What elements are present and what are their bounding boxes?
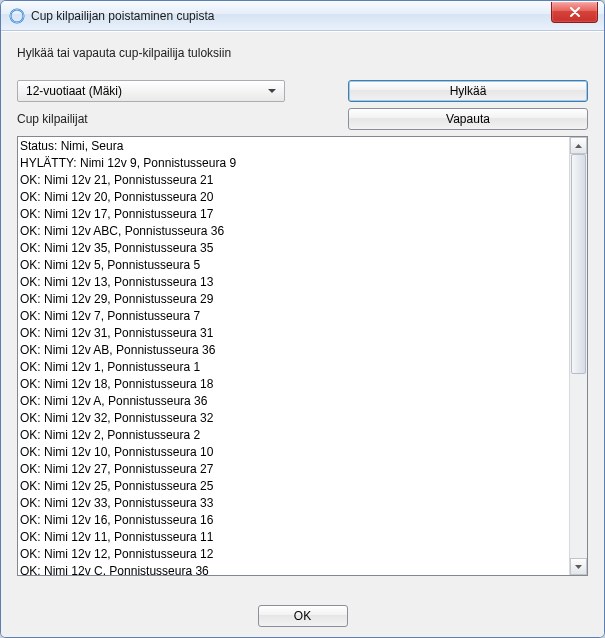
age-group-combo[interactable]: 12-vuotiaat (Mäki)	[17, 80, 285, 102]
dialog-window: Cup kilpailijan poistaminen cupista Hylk…	[0, 0, 605, 638]
instruction-text: Hylkää tai vapauta cup-kilpailija tuloks…	[17, 46, 588, 60]
list-item[interactable]: OK: Nimi 12v AB, Ponnistusseura 36	[20, 342, 568, 359]
ok-button[interactable]: OK	[258, 605, 348, 627]
list-item[interactable]: OK: Nimi 12v 20, Ponnistusseura 20	[20, 189, 568, 206]
list-item[interactable]: OK: Nimi 12v 16, Ponnistusseura 16	[20, 512, 568, 529]
list-item[interactable]: OK: Nimi 12v 32, Ponnistusseura 32	[20, 410, 568, 427]
list-item[interactable]: OK: Nimi 12v 27, Ponnistusseura 27	[20, 461, 568, 478]
scrollbar-track[interactable]	[570, 154, 587, 558]
list-item[interactable]: OK: Nimi 12v 25, Ponnistusseura 25	[20, 478, 568, 495]
list-item[interactable]: OK: Nimi 12v ABC, Ponnistusseura 36	[20, 223, 568, 240]
svg-point-1	[11, 9, 24, 22]
list-item[interactable]: OK: Nimi 12v 10, Ponnistusseura 10	[20, 444, 568, 461]
chevron-down-icon	[264, 81, 280, 101]
list-item[interactable]: OK: Nimi 12v 31, Ponnistusseura 31	[20, 325, 568, 342]
list-item[interactable]: OK: Nimi 12v 7, Ponnistusseura 7	[20, 308, 568, 325]
list-item[interactable]: HYLÄTTY: Nimi 12v 9, Ponnistusseura 9	[20, 155, 568, 172]
bottom-bar: OK	[1, 595, 604, 637]
list-item[interactable]: OK: Nimi 12v A, Ponnistusseura 36	[20, 393, 568, 410]
client-area: Hylkää tai vapauta cup-kilpailija tuloks…	[1, 31, 604, 637]
combo-selected-text: 12-vuotiaat (Mäki)	[26, 84, 264, 98]
list-item[interactable]: OK: Nimi 12v 5, Ponnistusseura 5	[20, 257, 568, 274]
scrollbar-thumb[interactable]	[571, 154, 586, 374]
button-label: Hylkää	[450, 84, 487, 98]
listbox-viewport: Status: Nimi, SeuraHYLÄTTY: Nimi 12v 9, …	[18, 137, 570, 575]
scroll-up-button[interactable]	[570, 137, 587, 154]
release-button[interactable]: Vapauta	[348, 108, 588, 130]
titlebar[interactable]: Cup kilpailijan poistaminen cupista	[1, 1, 604, 31]
chevron-down-icon	[575, 565, 582, 569]
top-row: 12-vuotiaat (Mäki) Hylkää	[17, 80, 588, 102]
second-row: Cup kilpailijat Vapauta	[17, 108, 588, 130]
list-item[interactable]: OK: Nimi 12v 12, Ponnistusseura 12	[20, 546, 568, 563]
button-label: OK	[294, 609, 311, 623]
competitor-listbox[interactable]: Status: Nimi, SeuraHYLÄTTY: Nimi 12v 9, …	[17, 136, 588, 576]
button-label: Vapauta	[446, 112, 490, 126]
vertical-scrollbar[interactable]	[569, 137, 587, 575]
list-item[interactable]: OK: Nimi 12v 29, Ponnistusseura 29	[20, 291, 568, 308]
close-button[interactable]	[551, 2, 598, 23]
list-item[interactable]: OK: Nimi 12v 17, Ponnistusseura 17	[20, 206, 568, 223]
scroll-down-button[interactable]	[570, 558, 587, 575]
reject-button[interactable]: Hylkää	[348, 80, 588, 102]
list-item[interactable]: OK: Nimi 12v 13, Ponnistusseura 13	[20, 274, 568, 291]
list-item[interactable]: OK: Nimi 12v 1, Ponnistusseura 1	[20, 359, 568, 376]
list-item[interactable]: OK: Nimi 12v 18, Ponnistusseura 18	[20, 376, 568, 393]
list-item[interactable]: Status: Nimi, Seura	[20, 138, 568, 155]
list-item[interactable]: OK: Nimi 12v 21, Ponnistusseura 21	[20, 172, 568, 189]
list-item[interactable]: OK: Nimi 12v 11, Ponnistusseura 11	[20, 529, 568, 546]
list-label: Cup kilpailijat	[17, 112, 88, 126]
window-title: Cup kilpailijan poistaminen cupista	[31, 9, 551, 23]
list-item[interactable]: OK: Nimi 12v C, Ponnistusseura 36	[20, 563, 568, 575]
close-icon	[569, 7, 581, 17]
list-item[interactable]: OK: Nimi 12v 2, Ponnistusseura 2	[20, 427, 568, 444]
list-item[interactable]: OK: Nimi 12v 35, Ponnistusseura 35	[20, 240, 568, 257]
list-item[interactable]: OK: Nimi 12v 33, Ponnistusseura 33	[20, 495, 568, 512]
app-icon	[9, 8, 25, 24]
chevron-up-icon	[575, 144, 582, 148]
